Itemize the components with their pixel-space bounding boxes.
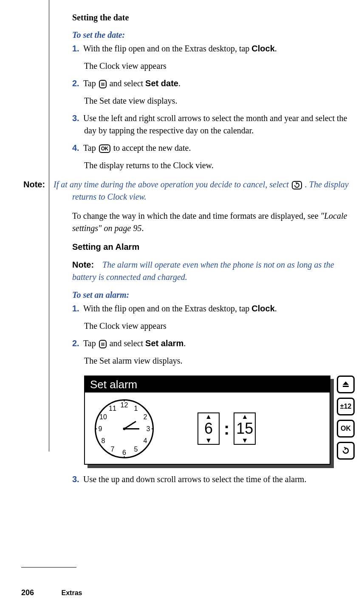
step-number: 3. [72, 473, 83, 486]
note-label: Note: [23, 180, 45, 189]
para-text: . [141, 223, 144, 233]
set-alarm-screenshot: Set alarm 12 1 2 3 4 5 6 [84, 376, 356, 465]
note-cancel: Note: If at any time during the above op… [21, 178, 351, 203]
step-number: 2. [72, 337, 83, 350]
svg-point-19 [123, 427, 126, 430]
set-alarm-label: Set alarm [145, 339, 183, 348]
time-spinner-group: ▲ 6 ▼ : ▲ 15 ▼ [198, 412, 256, 445]
svg-text:4: 4 [144, 437, 147, 444]
section-setting-alarm: Setting an Alarm [72, 242, 351, 252]
svg-text:1: 1 [134, 405, 138, 412]
svg-rect-20 [343, 386, 349, 387]
step-text: and select [107, 79, 145, 88]
svg-text:12: 12 [121, 401, 128, 409]
up-arrow-icon[interactable]: ▲ [205, 413, 212, 420]
down-arrow-icon[interactable]: ▼ [241, 437, 248, 444]
svg-text:5: 5 [134, 446, 138, 453]
step-text: Use the left and right scroll arrows to … [83, 113, 347, 135]
hour-value: 6 [204, 420, 213, 437]
step-number: 3. [72, 112, 83, 124]
ok-button[interactable]: OK [337, 420, 355, 438]
toggle-12-button[interactable]: ±12 [337, 398, 355, 415]
step-number: 1. [72, 42, 83, 55]
step-text: With the flip open and on the Extras des… [83, 304, 251, 313]
date-step-4-result: The display returns to the Clock view. [84, 159, 351, 172]
step-text: With the flip open and on the Extras des… [83, 44, 251, 53]
date-step-4: 4.Tap OK to accept the new date. [84, 142, 351, 154]
bottom-margin-rule [21, 567, 76, 568]
alarm-step-3: 3.Use the up and down scroll arrows to s… [84, 473, 351, 486]
note-text: If at any time during the above operatio… [54, 180, 291, 189]
note-label: Note: [72, 260, 94, 269]
left-margin-rule [49, 0, 49, 452]
date-step-2: 2.Tap and select Set date. [84, 77, 351, 90]
step-text: . [183, 339, 186, 348]
para-text: To change the way in which the date and … [72, 211, 321, 220]
svg-text:3: 3 [147, 425, 150, 432]
clock-label: Clock [251, 44, 274, 53]
svg-text:9: 9 [99, 425, 102, 432]
menu-icon [99, 340, 107, 348]
back-icon [292, 181, 302, 189]
up-arrow-icon[interactable]: ▲ [241, 413, 248, 420]
step-text: . [275, 304, 277, 313]
change-format-para: To change the way in which the date and … [72, 210, 351, 234]
svg-text:7: 7 [111, 446, 115, 453]
minute-value: 15 [236, 420, 253, 437]
alarm-step-1-result: The Clock view appears [84, 320, 351, 332]
section-title: Setting the date [72, 13, 351, 23]
step-number: 1. [72, 302, 83, 315]
to-set-alarm-heading: To set an alarm: [72, 290, 351, 300]
date-step-2-result: The Set date view displays. [84, 95, 351, 107]
step-text: to accept the new date. [111, 143, 191, 152]
step-text: . [178, 79, 181, 88]
set-date-label: Set date [145, 79, 178, 88]
minute-spinner[interactable]: ▲ 15 ▼ [234, 412, 256, 445]
note-text: The alarm will operate even when the pho… [72, 260, 334, 282]
date-step-1: 1.With the flip open and on the Extras d… [84, 42, 351, 55]
svg-text:2: 2 [144, 413, 147, 421]
hour-spinner[interactable]: ▲ 6 ▼ [198, 412, 220, 445]
svg-text:10: 10 [99, 413, 107, 421]
side-button-column: ±12 OK [337, 376, 355, 464]
step-text: Tap [83, 79, 98, 88]
step-number: 2. [72, 77, 83, 90]
date-step-1-result: The Clock view appears [84, 60, 351, 72]
clock-label: Clock [251, 304, 274, 313]
screenshot-window: Set alarm 12 1 2 3 4 5 6 [84, 376, 330, 465]
step-number: 4. [72, 142, 83, 154]
time-colon: : [224, 419, 229, 438]
step-text: . [275, 44, 277, 53]
step-text: Tap [83, 143, 98, 152]
ok-icon: OK [99, 144, 110, 153]
page-number: 206 [21, 588, 34, 597]
step-text: Use the up and down scroll arrows to sel… [83, 474, 306, 484]
to-set-date-heading: To set the date: [72, 30, 351, 40]
svg-text:8: 8 [102, 437, 105, 444]
screenshot-titlebar: Set alarm [85, 376, 330, 393]
date-step-3: 3.Use the left and right scroll arrows t… [84, 112, 351, 137]
page-content: Setting the date To set the date: 1.With… [72, 13, 356, 486]
back-button[interactable] [337, 442, 355, 460]
down-arrow-icon[interactable]: ▼ [205, 437, 212, 444]
clock-face: 12 1 2 3 4 5 6 7 8 9 10 [93, 398, 155, 460]
alarm-step-2: 2.Tap and select Set alarm. [84, 337, 351, 350]
svg-text:6: 6 [122, 449, 126, 456]
svg-text:11: 11 [109, 405, 116, 412]
footer-section: Extras [62, 589, 82, 596]
step-text: and select [107, 339, 145, 348]
step-text: Tap [83, 339, 98, 348]
scroll-up-button[interactable] [337, 376, 355, 393]
screenshot-body: 12 1 2 3 4 5 6 7 8 9 10 [85, 393, 330, 465]
menu-icon [99, 80, 107, 88]
note-alarm-operates: Note: The alarm will operate even when t… [72, 259, 351, 283]
page-footer: 206 Extras [21, 588, 82, 597]
alarm-step-1: 1.With the flip open and on the Extras d… [84, 302, 351, 315]
alarm-step-2-result: The Set alarm view displays. [84, 355, 351, 367]
